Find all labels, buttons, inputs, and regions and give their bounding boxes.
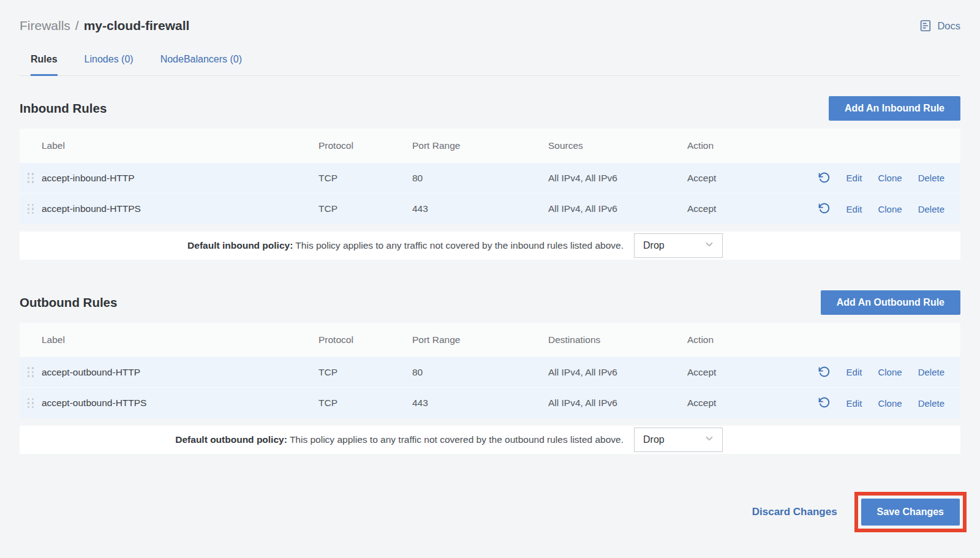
outbound-policy-text: Default outbound policy: This policy app… xyxy=(175,434,624,445)
page-title: my-cloud-firewall xyxy=(84,18,190,33)
inbound-policy-description: This policy applies to any traffic not c… xyxy=(295,240,624,251)
rule-sources: All IPv4, All IPv6 xyxy=(548,203,687,214)
inbound-table-header: Label Protocol Port Range Sources Action xyxy=(20,129,960,163)
column-header-port-range: Port Range xyxy=(412,140,548,151)
rule-protocol: TCP xyxy=(318,398,412,409)
drag-handle-icon[interactable] xyxy=(20,367,42,377)
chevron-down-icon xyxy=(704,433,715,447)
edit-link[interactable]: Edit xyxy=(846,398,862,409)
table-row-inbound-https: accept-inbound-HTTPS TCP 443 All IPv4, A… xyxy=(20,194,960,224)
table-row-inbound-http: accept-inbound-HTTP TCP 80 All IPv4, All… xyxy=(20,163,960,194)
undo-button[interactable] xyxy=(818,365,831,380)
chevron-down-icon xyxy=(704,239,715,252)
rule-destinations: All IPv4, All IPv6 xyxy=(548,398,687,409)
column-header-destinations: Destinations xyxy=(548,334,687,345)
undo-icon xyxy=(818,396,831,410)
form-actions: Discard Changes Save Changes xyxy=(20,492,960,532)
undo-icon xyxy=(818,171,831,186)
annotation-highlight-box: Save Changes xyxy=(854,492,967,532)
rule-protocol: TCP xyxy=(318,203,412,214)
delete-link[interactable]: Delete xyxy=(918,398,944,409)
clone-link[interactable]: Clone xyxy=(878,204,902,214)
inbound-policy-text: Default inbound policy: This policy appl… xyxy=(187,240,624,251)
rule-port-range: 443 xyxy=(412,203,548,214)
tab-nodebalancers[interactable]: NodeBalancers (0) xyxy=(160,54,242,75)
rule-label: accept-inbound-HTTP xyxy=(42,173,318,184)
inbound-policy-label: Default inbound policy: xyxy=(187,240,293,251)
edit-link[interactable]: Edit xyxy=(846,173,862,183)
clone-link[interactable]: Clone xyxy=(878,367,902,377)
drag-handle-icon[interactable] xyxy=(20,398,42,409)
rule-protocol: TCP xyxy=(318,367,412,378)
undo-button[interactable] xyxy=(818,396,831,410)
tab-rules[interactable]: Rules xyxy=(31,54,58,76)
outbound-policy-value: Drop xyxy=(643,434,665,445)
breadcrumb: Firewalls / my-cloud-firewall xyxy=(20,18,189,33)
add-inbound-rule-button[interactable]: Add An Inbound Rule xyxy=(829,96,960,121)
outbound-rules-table: Label Protocol Port Range Destinations A… xyxy=(20,323,960,418)
rule-label: accept-outbound-HTTPS xyxy=(42,398,318,409)
add-outbound-rule-button[interactable]: Add An Outbound Rule xyxy=(821,290,960,315)
undo-icon xyxy=(818,202,831,216)
undo-button[interactable] xyxy=(818,202,831,216)
rule-destinations: All IPv4, All IPv6 xyxy=(548,367,687,378)
outbound-table-header: Label Protocol Port Range Destinations A… xyxy=(20,323,960,357)
rule-action: Accept xyxy=(687,398,790,409)
breadcrumb-firewalls-link[interactable]: Firewalls xyxy=(20,18,70,33)
drag-handle-icon[interactable] xyxy=(20,173,42,183)
discard-changes-link[interactable]: Discard Changes xyxy=(752,506,837,518)
rule-label: accept-outbound-HTTP xyxy=(42,367,318,378)
undo-button[interactable] xyxy=(818,171,831,186)
page-header: Firewalls / my-cloud-firewall Docs xyxy=(20,18,960,33)
rule-action: Accept xyxy=(687,173,790,184)
outbound-policy-row: Default outbound policy: This policy app… xyxy=(20,426,960,454)
outbound-section-header: Outbound Rules Add An Outbound Rule xyxy=(20,290,960,315)
column-header-protocol: Protocol xyxy=(318,140,412,151)
rule-label: accept-inbound-HTTPS xyxy=(42,203,318,214)
rule-action: Accept xyxy=(687,367,790,378)
clone-link[interactable]: Clone xyxy=(878,173,902,183)
docs-link[interactable]: Docs xyxy=(919,19,960,32)
outbound-policy-label: Default outbound policy: xyxy=(175,434,287,445)
column-header-action: Action xyxy=(687,334,790,345)
default-outbound-policy-select[interactable]: Drop xyxy=(634,428,723,452)
edit-link[interactable]: Edit xyxy=(846,204,862,214)
column-header-port-range: Port Range xyxy=(412,334,548,345)
inbound-section-header: Inbound Rules Add An Inbound Rule xyxy=(20,96,960,121)
rule-action: Accept xyxy=(687,203,790,214)
edit-link[interactable]: Edit xyxy=(846,367,862,377)
column-header-label: Label xyxy=(42,140,318,151)
firewall-detail-page: Firewalls / my-cloud-firewall Docs Rules… xyxy=(0,0,980,532)
delete-link[interactable]: Delete xyxy=(918,204,944,214)
column-header-sources: Sources xyxy=(548,140,687,151)
rule-protocol: TCP xyxy=(318,173,412,184)
table-row-outbound-http: accept-outbound-HTTP TCP 80 All IPv4, Al… xyxy=(20,357,960,388)
inbound-policy-row: Default inbound policy: This policy appl… xyxy=(20,232,960,260)
drag-handle-icon[interactable] xyxy=(20,204,42,214)
inbound-policy-value: Drop xyxy=(643,240,665,251)
tab-bar: Rules Linodes (0) NodeBalancers (0) xyxy=(20,54,960,76)
clone-link[interactable]: Clone xyxy=(878,398,902,409)
inbound-rules-table: Label Protocol Port Range Sources Action… xyxy=(20,129,960,224)
rule-port-range: 443 xyxy=(412,398,548,409)
docs-icon xyxy=(919,19,932,32)
outbound-rules-title: Outbound Rules xyxy=(20,295,117,310)
undo-icon xyxy=(818,365,831,380)
column-header-protocol: Protocol xyxy=(318,334,412,345)
save-changes-button[interactable]: Save Changes xyxy=(861,499,960,526)
column-header-label: Label xyxy=(42,334,318,345)
inbound-rules-title: Inbound Rules xyxy=(20,101,107,116)
rule-port-range: 80 xyxy=(412,367,548,378)
rule-sources: All IPv4, All IPv6 xyxy=(548,173,687,184)
column-header-action: Action xyxy=(687,140,790,151)
table-row-outbound-https: accept-outbound-HTTPS TCP 443 All IPv4, … xyxy=(20,388,960,418)
default-inbound-policy-select[interactable]: Drop xyxy=(634,233,723,258)
docs-label: Docs xyxy=(937,20,960,32)
rule-port-range: 80 xyxy=(412,173,548,184)
outbound-policy-description: This policy applies to any traffic not c… xyxy=(290,434,624,445)
tab-linodes[interactable]: Linodes (0) xyxy=(85,54,134,75)
delete-link[interactable]: Delete xyxy=(918,367,944,377)
delete-link[interactable]: Delete xyxy=(918,173,944,183)
breadcrumb-separator: / xyxy=(75,18,79,33)
